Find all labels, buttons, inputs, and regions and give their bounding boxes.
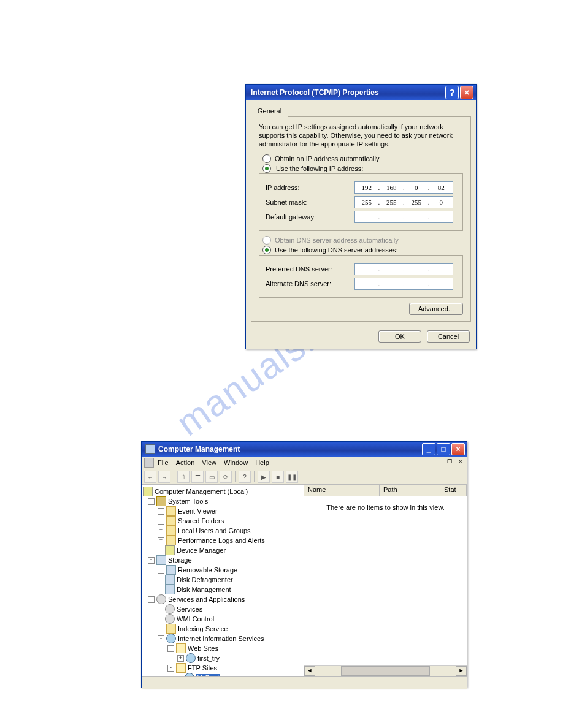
menu-help[interactable]: Help <box>255 459 269 466</box>
tree-shared-folders[interactable]: +Shared Folders <box>143 516 302 526</box>
tree-services[interactable]: Services <box>143 604 302 614</box>
stop-button[interactable]: ■ <box>272 471 284 483</box>
mdi-minimize[interactable]: _ <box>434 458 443 466</box>
help-button[interactable]: ? <box>239 471 251 483</box>
computer-management-window: Computer Management _ □ × FFileile Actio… <box>141 441 467 688</box>
col-status[interactable]: Stat <box>440 485 467 496</box>
tree-device-manager[interactable]: Device Manager <box>143 545 302 555</box>
close-button[interactable]: × <box>451 443 465 455</box>
collapse-icon[interactable]: - <box>148 596 155 603</box>
alt-dns-input[interactable]: ... <box>354 278 453 290</box>
cancel-button[interactable]: Cancel <box>427 330 470 343</box>
ftp-icon <box>185 673 194 676</box>
ok-button[interactable]: OK <box>378 330 421 343</box>
tree-storage[interactable]: -Storage <box>143 555 302 565</box>
tree-vxboot[interactable]: VxBoot <box>143 673 302 676</box>
maximize-button[interactable]: □ <box>437 443 450 455</box>
expand-icon[interactable]: + <box>177 655 184 662</box>
col-path[interactable]: Path <box>380 485 440 496</box>
tab-body-general: You can get IP settings assigned automat… <box>251 117 471 322</box>
export-button[interactable]: ▭ <box>205 471 218 483</box>
scroll-thumb[interactable] <box>341 666 430 676</box>
sm-oct4[interactable]: 0 <box>432 199 450 206</box>
folder-icon <box>166 516 176 526</box>
pause-button[interactable]: ❚❚ <box>286 471 298 483</box>
back-button[interactable]: ← <box>144 471 156 483</box>
expand-icon[interactable]: + <box>158 528 164 534</box>
storage-icon <box>156 555 166 565</box>
device-icon <box>165 545 175 555</box>
radio-auto-ip[interactable]: Obtain an IP address automatically <box>262 154 463 163</box>
tree-perf-logs[interactable]: +Performance Logs and Alerts <box>143 536 302 545</box>
up-button[interactable]: ⇧ <box>177 471 190 483</box>
sm-oct3[interactable]: 255 <box>407 199 426 206</box>
tree-indexing[interactable]: +Indexing Service <box>143 624 302 634</box>
menu-action[interactable]: Action <box>176 459 195 466</box>
collapse-icon[interactable]: - <box>167 665 174 672</box>
tree-pane[interactable]: Computer Management (Local) -System Tool… <box>142 485 304 676</box>
list-header: Name Path Stat <box>304 485 467 496</box>
sm-oct2[interactable]: 255 <box>382 199 400 206</box>
collapse-icon[interactable]: - <box>148 557 155 564</box>
folder-icon <box>166 506 176 516</box>
folder-open-icon <box>176 643 186 653</box>
ip-oct2[interactable]: 168 <box>382 184 400 191</box>
radio-static-dns[interactable]: Use the following DNS server addresses: <box>262 246 463 254</box>
tree-removable[interactable]: +Removable Storage <box>143 565 302 575</box>
scroll-right-icon[interactable]: ► <box>456 666 467 676</box>
tree-first-try[interactable]: +first_try <box>143 653 302 663</box>
tree-event-viewer[interactable]: +Event Viewer <box>143 506 302 516</box>
tree-diskmgmt[interactable]: Disk Management <box>143 585 302 594</box>
mdi-restore[interactable]: ❐ <box>445 458 454 466</box>
scroll-left-icon[interactable]: ◄ <box>304 666 315 676</box>
tree-services-apps[interactable]: -Services and Applications <box>143 594 302 604</box>
defrag-icon <box>165 575 175 585</box>
ip-oct4[interactable]: 82 <box>432 184 450 191</box>
radio-static-ip[interactable]: Use the following IP address: <box>262 164 463 173</box>
forward-button[interactable]: → <box>158 471 170 483</box>
folder-icon <box>166 624 176 634</box>
menu-view[interactable]: View <box>202 459 216 466</box>
pref-dns-input[interactable]: ... <box>354 263 453 275</box>
minimize-button[interactable]: _ <box>422 443 435 455</box>
radio-icon-selected <box>262 246 271 254</box>
tcpip-titlebar[interactable]: Internet Protocol (TCP/IP) Properties ? … <box>246 85 476 100</box>
play-button[interactable]: ▶ <box>258 471 270 483</box>
tree-websites[interactable]: -Web Sites <box>143 643 302 653</box>
mdi-close[interactable]: × <box>456 458 465 466</box>
menu-file[interactable]: FFileile <box>158 459 169 466</box>
gateway-input[interactable]: ... <box>354 211 453 223</box>
tree-root[interactable]: Computer Management (Local) <box>143 487 302 496</box>
expand-icon[interactable]: + <box>158 567 164 574</box>
expand-icon[interactable]: + <box>158 537 164 544</box>
collapse-icon[interactable]: - <box>167 645 174 652</box>
tree-system-tools[interactable]: -System Tools <box>143 496 302 506</box>
cm-titlebar[interactable]: Computer Management _ □ × <box>142 442 467 457</box>
ip-oct1[interactable]: 192 <box>358 184 376 191</box>
sm-oct1[interactable]: 255 <box>358 199 376 206</box>
radio-auto-dns: Obtain DNS server address automatically <box>262 236 463 245</box>
ip-oct3[interactable]: 0 <box>407 184 426 191</box>
tree-ftpsites[interactable]: -FTP Sites <box>143 663 302 673</box>
tree-local-users[interactable]: +Local Users and Groups <box>143 526 302 536</box>
close-button[interactable]: × <box>460 86 473 99</box>
collapse-icon[interactable]: - <box>158 635 164 642</box>
tab-general[interactable]: General <box>251 105 288 117</box>
horizontal-scrollbar[interactable]: ◄ ► <box>304 665 467 676</box>
subnet-mask-input[interactable]: 255. 255. 255. 0 <box>354 196 453 208</box>
collapse-icon[interactable]: - <box>148 498 155 505</box>
menu-window[interactable]: Window <box>224 459 248 466</box>
tree-iis[interactable]: -Internet Information Services <box>143 634 302 643</box>
expand-icon[interactable]: + <box>158 626 164 632</box>
advanced-button[interactable]: Advanced... <box>409 303 463 315</box>
tree-defrag[interactable]: Disk Defragmenter <box>143 575 302 585</box>
expand-icon[interactable]: + <box>158 508 164 515</box>
pref-dns-label: Preferred DNS server: <box>266 265 354 273</box>
col-name[interactable]: Name <box>304 485 380 496</box>
help-button[interactable]: ? <box>445 86 459 99</box>
properties-button[interactable]: ☰ <box>191 471 204 483</box>
refresh-button[interactable]: ⟳ <box>220 471 232 483</box>
ip-address-input[interactable]: 192. 168. 0. 82 <box>354 181 453 194</box>
expand-icon[interactable]: + <box>158 518 164 525</box>
tree-wmi[interactable]: WMI Control <box>143 614 302 624</box>
